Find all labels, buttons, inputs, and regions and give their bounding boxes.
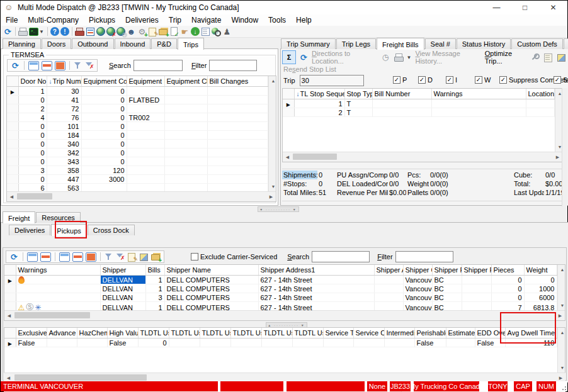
cell[interactable] bbox=[230, 339, 261, 347]
horizontal-scrollbar[interactable]: ◀▶ bbox=[283, 152, 562, 162]
close-button[interactable]: ✕ bbox=[539, 1, 567, 14]
cell[interactable] bbox=[127, 175, 164, 184]
checkbox-icon[interactable]: ✓ bbox=[418, 76, 426, 84]
cell[interactable]: 0 bbox=[81, 122, 127, 131]
checkbox-su[interactable]: ✓Su bbox=[554, 76, 568, 84]
cell[interactable]: 0 bbox=[491, 293, 524, 302]
refresh-icon[interactable] bbox=[10, 60, 21, 70]
column-header-tldtl-user[interactable]: TLDTL User bbox=[200, 328, 230, 339]
menu-item-navigate[interactable]: Navigate bbox=[186, 15, 226, 25]
panel-scrollbar[interactable] bbox=[562, 88, 567, 206]
cell[interactable]: 4 bbox=[18, 113, 47, 122]
cell[interactable]: 101 bbox=[47, 122, 81, 131]
cell[interactable] bbox=[431, 108, 526, 117]
window-top-icon[interactable] bbox=[59, 252, 70, 262]
resize-grip[interactable] bbox=[559, 381, 567, 391]
cell[interactable] bbox=[462, 302, 491, 310]
column-header-weight[interactable]: Weight bbox=[524, 265, 557, 276]
column-header-stop-type[interactable]: Stop Type bbox=[344, 89, 372, 99]
cell[interactable]: DELL COMPUTERS bbox=[164, 302, 258, 310]
cell[interactable] bbox=[164, 166, 207, 175]
search-input[interactable] bbox=[312, 251, 370, 262]
tab-freight[interactable]: Freight bbox=[3, 211, 35, 223]
cell[interactable] bbox=[164, 87, 207, 96]
cell[interactable]: 0 bbox=[81, 131, 127, 140]
globe-icon[interactable] bbox=[96, 27, 105, 36]
cell[interactable]: 0 bbox=[18, 148, 47, 157]
cell[interactable] bbox=[207, 87, 268, 96]
tab-seal-[interactable]: Seal # bbox=[425, 38, 456, 49]
table-row[interactable]: DELLVAN3DELL COMPUTERS627 - 14th StreetV… bbox=[4, 293, 557, 302]
user-icon[interactable] bbox=[126, 26, 137, 36]
cell[interactable] bbox=[164, 148, 207, 157]
cell[interactable]: BC bbox=[432, 276, 462, 284]
cell[interactable]: DELL COMPUTERS bbox=[164, 284, 258, 293]
cell[interactable] bbox=[127, 87, 164, 96]
cell[interactable] bbox=[207, 148, 268, 157]
row-selector[interactable] bbox=[7, 166, 18, 175]
cell[interactable]: 0 bbox=[18, 157, 47, 166]
cell[interactable]: BC bbox=[432, 284, 462, 293]
column-header-trip-numbe[interactable]: ↓Trip Numbe bbox=[47, 76, 81, 87]
table-row[interactable]: 04473000 bbox=[7, 175, 268, 184]
menu-item-file[interactable]: File bbox=[1, 15, 23, 25]
cell[interactable]: 7 bbox=[491, 302, 524, 310]
filter-apply-icon[interactable] bbox=[73, 60, 83, 70]
table-row[interactable]: 1300 bbox=[7, 87, 268, 96]
column-header-avg-dwell-time[interactable]: Avg Dwell Time bbox=[505, 328, 557, 339]
row-selector[interactable] bbox=[7, 131, 18, 140]
table-row[interactable]: 03400 bbox=[7, 140, 268, 148]
row-selector[interactable] bbox=[4, 276, 16, 284]
cell[interactable] bbox=[127, 184, 164, 192]
menu-item-help[interactable]: Help bbox=[291, 15, 317, 25]
tab-planning[interactable]: Planning bbox=[3, 38, 41, 49]
grid-icon[interactable] bbox=[85, 26, 96, 36]
cell[interactable]: 0 bbox=[81, 104, 127, 113]
cell[interactable] bbox=[462, 276, 491, 284]
cell[interactable] bbox=[374, 276, 403, 284]
tab-pickups[interactable]: Pickups bbox=[51, 224, 87, 236]
cell[interactable]: 3000 bbox=[81, 175, 127, 184]
column-header-tldtl-user[interactable]: TLDTL User bbox=[169, 328, 200, 339]
cell[interactable]: 76 bbox=[47, 113, 81, 122]
cell[interactable]: BC bbox=[432, 293, 462, 302]
cell[interactable]: 72 bbox=[47, 104, 81, 113]
cell[interactable] bbox=[526, 108, 554, 117]
sigma-button[interactable]: Σ bbox=[282, 50, 296, 64]
cell[interactable] bbox=[372, 108, 431, 117]
table-row[interactable]: DELLVAN1DELL COMPUTERS627 - 14th StreetV… bbox=[4, 302, 557, 310]
cell[interactable] bbox=[374, 293, 403, 302]
tab-outbound[interactable]: Outbound bbox=[72, 38, 113, 49]
checkbox-icon[interactable]: ✓ bbox=[393, 76, 400, 84]
window-middle-icon[interactable] bbox=[40, 252, 51, 262]
print-dropdown-icon[interactable]: ▼ bbox=[407, 55, 412, 60]
cell[interactable]: 447 bbox=[47, 175, 81, 184]
row-selector[interactable] bbox=[7, 148, 18, 157]
row-selector[interactable] bbox=[7, 157, 18, 166]
terminal-icon[interactable] bbox=[28, 26, 39, 36]
cell[interactable]: 0 bbox=[81, 113, 127, 122]
resend-stop-list-button[interactable]: Resend Stop List bbox=[283, 65, 336, 73]
menu-item-pickups[interactable]: Pickups bbox=[84, 15, 120, 25]
cell[interactable]: TR002 bbox=[127, 113, 164, 122]
cell[interactable]: 0 bbox=[491, 276, 524, 284]
menu-item-multi-company[interactable]: Multi-Company bbox=[23, 15, 84, 25]
column-header-shipper-pos[interactable]: Shipper Pos bbox=[462, 265, 491, 276]
column-header-service-typ[interactable]: Service Typ bbox=[323, 328, 353, 339]
table-row[interactable]: 3358120 bbox=[7, 166, 268, 175]
column-header-tldtl-user[interactable]: TLDTL User bbox=[230, 328, 261, 339]
cell[interactable] bbox=[16, 293, 100, 302]
checkbox-icon[interactable]: ✓ bbox=[446, 76, 453, 84]
download-icon[interactable] bbox=[191, 27, 200, 36]
table-row[interactable]: FalseFalse0FalseFalse110 bbox=[4, 339, 557, 347]
dispatch-icon[interactable] bbox=[74, 26, 85, 36]
column-header-exclusive[interactable]: Exclusive bbox=[16, 328, 47, 339]
column-header-tl-stop-sequenc[interactable]: ↓TL Stop Sequenc bbox=[294, 89, 344, 99]
filter-clear-icon[interactable] bbox=[84, 60, 94, 70]
checkbox-icon[interactable] bbox=[191, 253, 198, 260]
exclude-carrier-serviced-checkbox[interactable]: Exclude Carrier-Serviced bbox=[191, 253, 277, 260]
window-top-icon[interactable] bbox=[27, 252, 38, 262]
table-row[interactable]: 03430 bbox=[7, 157, 268, 166]
table-row[interactable]: 01010 bbox=[7, 122, 268, 131]
column-header-tldtl-user[interactable]: TLDTL User bbox=[292, 328, 323, 339]
